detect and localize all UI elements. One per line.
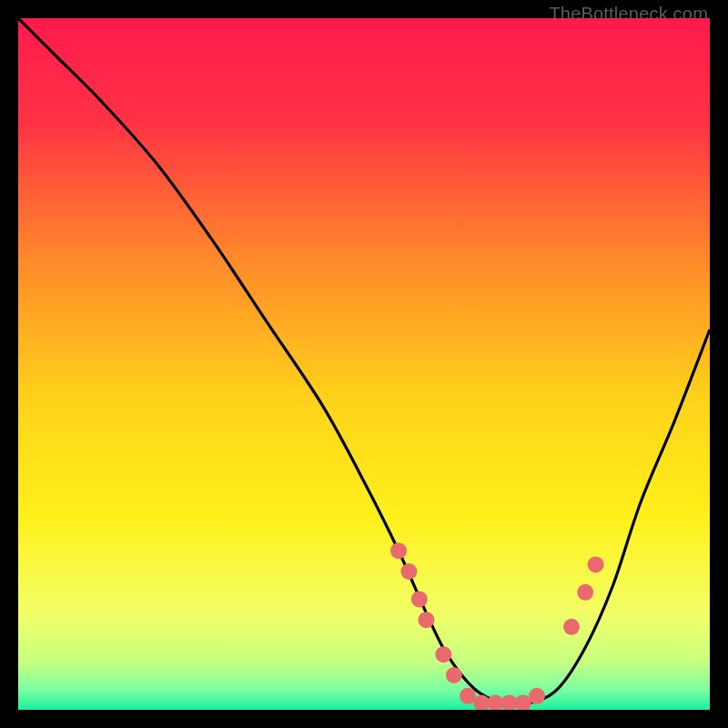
sample-point [577, 584, 593, 601]
sample-point [411, 591, 428, 607]
sample-point [563, 619, 580, 635]
sample-point [446, 667, 462, 683]
chart-frame [18, 18, 710, 710]
bottleneck-chart [18, 18, 710, 710]
sample-point [390, 542, 407, 559]
sample-point [418, 612, 434, 628]
sample-point [529, 688, 545, 704]
sample-point [588, 556, 604, 572]
sample-point [400, 563, 417, 580]
sample-point [435, 646, 451, 662]
